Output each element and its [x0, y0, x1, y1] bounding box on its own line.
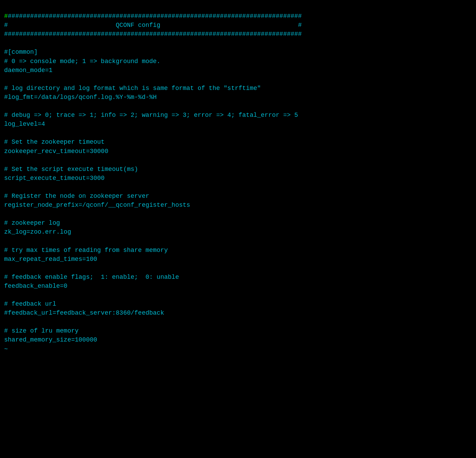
- terminal-line-2: ########################################…: [4, 30, 472, 39]
- terminal-line-13: [4, 129, 472, 138]
- terminal-line-12: log_level=4: [4, 120, 472, 129]
- terminal-line-20: # Register the node on zookeeper server: [4, 192, 472, 201]
- terminal-line-23: # zookeeper log: [4, 218, 472, 227]
- terminal-line-30: feedback_enable=0: [4, 282, 472, 291]
- terminal-line-14: # Set the zookeeper timeout: [4, 138, 472, 146]
- terminal-line-34: [4, 317, 472, 326]
- terminal-line-25: [4, 236, 472, 245]
- terminal-line-21: register_node_prefix=/qconf/__qconf_regi…: [4, 201, 472, 210]
- terminal-line-11: # debug => 0; trace => 1; info => 2; war…: [4, 111, 472, 120]
- terminal-line-32: # feedback url: [4, 299, 472, 308]
- terminal-line-8: # log directory and log format which is …: [4, 84, 472, 93]
- terminal-line-3: [4, 39, 472, 48]
- terminal-line-29: # feedback enable flags; 1: enable; 0: u…: [4, 273, 472, 282]
- terminal-line-28: [4, 264, 472, 273]
- terminal-line-27: max_repeat_read_times=100: [4, 255, 472, 264]
- terminal-line-1: # QCONF config #: [4, 21, 472, 30]
- terminal-line-10: [4, 102, 472, 111]
- terminal-line-16: [4, 156, 472, 165]
- terminal-line-6: daemon_mode=1: [4, 66, 472, 75]
- terminal-line-9: #log_fmt=/data/logs/qconf.log.%Y-%m-%d-%…: [4, 93, 472, 102]
- terminal-line-35: # size of lru memory: [4, 326, 472, 335]
- terminal-line-24: zk_log=zoo.err.log: [4, 227, 472, 236]
- terminal-line-4: #[common]: [4, 48, 472, 57]
- terminal-line-37: ~: [4, 345, 472, 354]
- terminal-line-22: [4, 210, 472, 218]
- terminal-window: ########################################…: [4, 3, 472, 354]
- terminal-line-33: #feedback_url=feedback_server:8360/feedb…: [4, 308, 472, 317]
- terminal-line-17: # Set the script execute timeout(ms): [4, 165, 472, 174]
- terminal-line-31: [4, 291, 472, 299]
- terminal-line-19: [4, 183, 472, 192]
- terminal-line-36: shared_memory_size=100000: [4, 335, 472, 344]
- terminal-line-18: script_execute_timeout=3000: [4, 174, 472, 183]
- terminal-line-5: # 0 => console mode; 1 => background mod…: [4, 57, 472, 66]
- terminal-line-15: zookeeper_recv_timeout=30000: [4, 147, 472, 156]
- terminal-line-0: ########################################…: [4, 12, 472, 21]
- terminal-line-26: # try max times of reading from share me…: [4, 246, 472, 255]
- terminal-line-7: [4, 75, 472, 84]
